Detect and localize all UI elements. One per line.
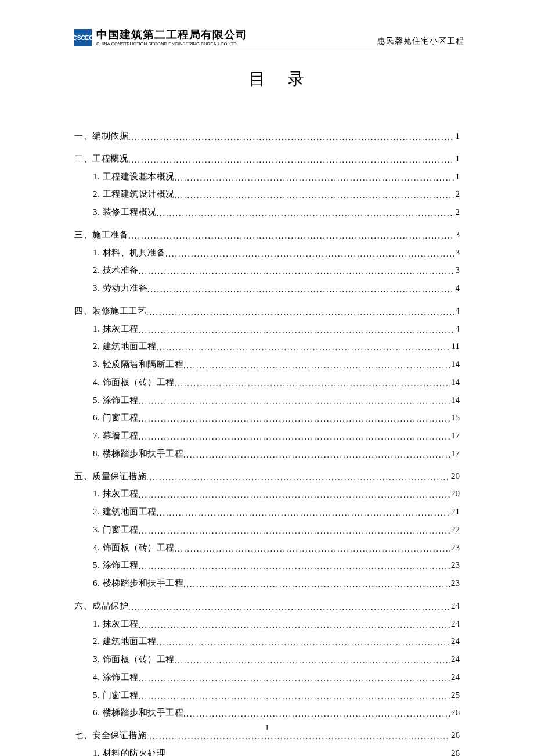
toc-label: 4. 饰面板（砖）工程 — [93, 373, 175, 391]
toc-subsection[interactable]: 7. 幕墙工程17 — [74, 427, 460, 445]
toc-page-number: 26 — [450, 744, 460, 756]
toc-leader-dots — [139, 394, 450, 411]
toc-label: 二、工程概况 — [74, 150, 128, 168]
toc-subsection[interactable]: 3. 饰面板（砖）工程24 — [74, 650, 460, 668]
toc-label: 1. 抹灰工程 — [93, 485, 139, 503]
toc-subsection[interactable]: 6. 楼梯踏步和扶手工程23 — [74, 574, 460, 592]
toc-page-number: 1 — [454, 150, 460, 168]
toc-page-number: 3 — [454, 226, 460, 244]
toc-label: 2. 建筑地面工程 — [93, 632, 157, 650]
toc-leader-dots — [175, 376, 450, 393]
toc-section[interactable]: 四、装修施工工艺4 — [74, 302, 460, 320]
toc-leader-dots — [175, 653, 450, 669]
toc-subsection[interactable]: 5. 门窗工程25 — [74, 686, 460, 704]
toc-leader-dots — [139, 264, 454, 280]
toc-leader-dots — [147, 282, 454, 298]
project-name: 惠民馨苑住宅小区工程 — [377, 36, 464, 46]
toc-subsection[interactable]: 2. 技术准备3 — [74, 261, 460, 279]
toc-label: 一、编制依据 — [74, 127, 128, 145]
toc-label: 2. 建筑地面工程 — [93, 503, 157, 521]
toc-page-number: 14 — [450, 355, 460, 373]
toc-section[interactable]: 六、成品保护24 — [74, 597, 460, 615]
page-number: 1 — [0, 723, 534, 733]
toc-label: 4. 饰面板（砖）工程 — [93, 539, 175, 557]
toc-subsection[interactable]: 5. 涂饰工程23 — [74, 556, 460, 574]
toc-subsection[interactable]: 6. 门窗工程15 — [74, 409, 460, 427]
toc-leader-dots — [128, 599, 450, 616]
toc-subsection[interactable]: 2. 建筑地面工程11 — [74, 337, 460, 355]
toc-subsection[interactable]: 1. 材料的防火处理26 — [74, 744, 460, 756]
company-name-cn: 中国建筑第二工程局有限公司 — [96, 29, 247, 41]
toc-section[interactable]: 二、工程概况1 — [74, 150, 460, 168]
toc-subsection[interactable]: 6. 楼梯踏步和扶手工程26 — [74, 704, 460, 722]
toc-subsection[interactable]: 3. 装修工程概况2 — [74, 203, 460, 221]
toc-subsection[interactable]: 1. 抹灰工程4 — [74, 320, 460, 338]
toc-subsection[interactable]: 3. 门窗工程22 — [74, 521, 460, 539]
toc-page-number: 24 — [450, 597, 460, 615]
toc-page-number: 15 — [450, 409, 460, 427]
toc-subsection[interactable]: 4. 饰面板（砖）工程14 — [74, 373, 460, 391]
toc-leader-dots — [128, 152, 454, 169]
toc-leader-dots — [146, 304, 454, 321]
toc-leader-dots — [139, 411, 450, 428]
toc-page-number: 23 — [450, 556, 460, 574]
toc-subsection[interactable]: 1. 抹灰工程24 — [74, 615, 460, 633]
toc-page-number: 24 — [450, 632, 460, 650]
toc-page-number: 4 — [454, 302, 460, 320]
toc-subsection[interactable]: 2. 工程建筑设计概况2 — [74, 185, 460, 203]
toc-section[interactable]: 一、编制依据1 — [74, 127, 460, 145]
toc-label: 8. 楼梯踏步和扶手工程 — [93, 445, 183, 463]
toc-label: 1. 抹灰工程 — [93, 320, 139, 338]
toc-label: 3. 饰面板（砖）工程 — [93, 650, 175, 668]
toc-subsection[interactable]: 4. 饰面板（砖）工程23 — [74, 539, 460, 557]
toc-label: 四、装修施工工艺 — [74, 302, 146, 320]
toc-page-number: 22 — [450, 521, 460, 539]
toc-page-number: 4 — [454, 279, 460, 297]
toc-leader-dots — [139, 689, 450, 705]
toc-section[interactable]: 五、质量保证措施20 — [74, 467, 460, 485]
toc-subsection[interactable]: 1. 抹灰工程20 — [74, 485, 460, 503]
toc-page-number: 23 — [450, 539, 460, 557]
toc-page-number: 24 — [450, 650, 460, 668]
toc-leader-dots — [183, 706, 450, 723]
toc-label: 5. 涂饰工程 — [93, 391, 139, 409]
toc-label: 2. 工程建筑设计概况 — [93, 185, 175, 203]
toc-subsection[interactable]: 4. 涂饰工程24 — [74, 668, 460, 686]
page-title: 目 录 — [0, 68, 534, 90]
toc-leader-dots — [175, 188, 454, 204]
toc-label: 6. 楼梯踏步和扶手工程 — [93, 574, 183, 592]
toc-subsection[interactable]: 3. 轻质隔墙和隔断工程14 — [74, 355, 460, 373]
toc-label: 3. 劳动力准备 — [93, 279, 147, 297]
toc-label: 五、质量保证措施 — [74, 467, 146, 485]
toc-page-number: 1 — [454, 168, 460, 186]
toc-subsection[interactable]: 8. 楼梯踏步和扶手工程17 — [74, 445, 460, 463]
toc-leader-dots — [139, 617, 450, 634]
header-left: CSCEC 中国建筑第二工程局有限公司 CHINA CONSTRUCTION S… — [74, 29, 247, 46]
toc-page-number: 17 — [450, 445, 460, 463]
toc-label: 三、施工准备 — [74, 226, 128, 244]
toc-subsection[interactable]: 1. 材料、机具准备3 — [74, 244, 460, 262]
toc-leader-dots — [157, 340, 450, 357]
toc-subsection[interactable]: 5. 涂饰工程14 — [74, 391, 460, 409]
toc-page-number: 26 — [450, 704, 460, 722]
toc-leader-dots — [139, 322, 454, 339]
toc-leader-dots — [175, 541, 450, 558]
toc-leader-dots — [139, 487, 450, 504]
toc-label: 6. 门窗工程 — [93, 409, 139, 427]
toc-label: 1. 材料的防火处理 — [93, 744, 165, 756]
toc-subsection[interactable]: 2. 建筑地面工程21 — [74, 503, 460, 521]
toc-page-number: 11 — [450, 337, 460, 355]
toc-subsection[interactable]: 3. 劳动力准备4 — [74, 279, 460, 297]
toc-section[interactable]: 三、施工准备3 — [74, 226, 460, 244]
toc-page-number: 20 — [450, 467, 460, 485]
toc-leader-dots — [165, 246, 454, 263]
toc-leader-dots — [165, 747, 450, 756]
toc-subsection[interactable]: 2. 建筑地面工程24 — [74, 632, 460, 650]
toc-label: 2. 建筑地面工程 — [93, 337, 157, 355]
page-header: CSCEC 中国建筑第二工程局有限公司 CHINA CONSTRUCTION S… — [74, 0, 464, 49]
toc-subsection[interactable]: 1. 工程建设基本概况1 — [74, 168, 460, 186]
toc-leader-dots — [183, 577, 450, 593]
toc-page-number: 14 — [450, 373, 460, 391]
toc-leader-dots — [157, 206, 454, 222]
toc-label: 3. 轻质隔墙和隔断工程 — [93, 355, 183, 373]
